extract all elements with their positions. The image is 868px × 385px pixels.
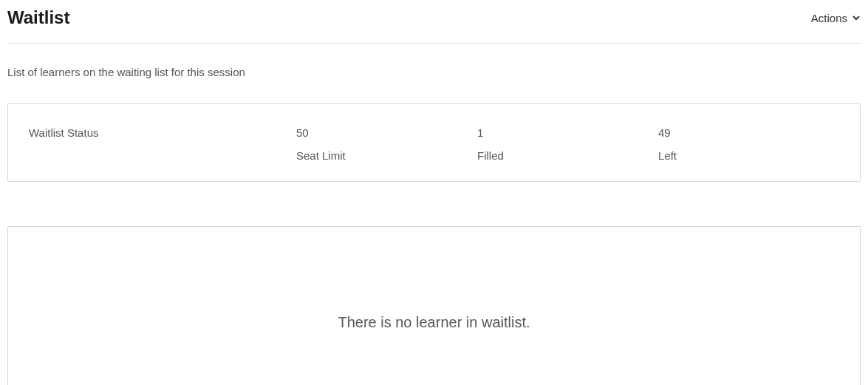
status-metrics: 50 Seat Limit 1 Filled 49 Left: [296, 126, 839, 162]
waitlist-empty-card: There is no learner in waitlist.: [7, 226, 861, 385]
metric-label: Filled: [477, 149, 658, 162]
metric-filled: 1 Filled: [477, 126, 658, 162]
metric-value: 50: [296, 126, 477, 139]
chevron-down-icon: [852, 13, 861, 22]
metric-left: 49 Left: [658, 126, 839, 162]
page-description: List of learners on the waiting list for…: [7, 66, 861, 78]
page-header: Waitlist Actions: [7, 7, 861, 44]
page-title: Waitlist: [7, 7, 69, 28]
metric-value: 49: [658, 126, 839, 139]
metric-label: Left: [658, 149, 839, 162]
actions-dropdown[interactable]: Actions: [811, 12, 861, 24]
metric-seat-limit: 50 Seat Limit: [296, 126, 477, 162]
actions-label: Actions: [811, 12, 847, 24]
metric-label: Seat Limit: [296, 149, 477, 162]
waitlist-status-card: Waitlist Status 50 Seat Limit 1 Filled 4…: [7, 103, 861, 182]
status-label: Waitlist Status: [29, 126, 296, 139]
empty-message: There is no learner in waitlist.: [338, 314, 530, 331]
metric-value: 1: [477, 126, 658, 139]
